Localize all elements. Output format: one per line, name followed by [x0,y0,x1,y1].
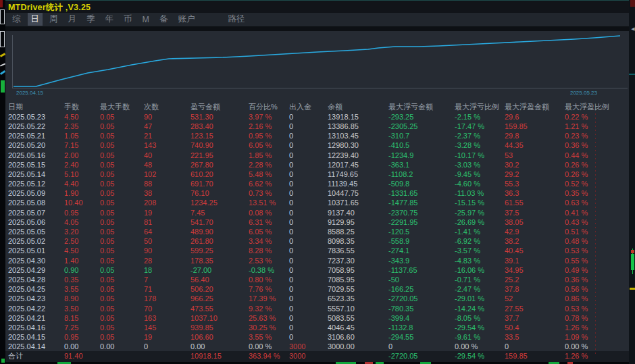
column-header: 手数 [64,101,100,112]
cell-value [328,351,388,362]
cell-value: 102 [144,170,190,179]
cell-value: 7.76 % [249,284,289,294]
cell-date: 2025.05.23 [8,112,64,122]
cell-value: 4.05 [64,217,100,227]
panel-title: MTDriver统计 ,V3.25 [5,1,629,13]
cell-value: -293.25 [388,112,455,122]
table-row[interactable]: 2025.05.014.500.0590599.258.28 %07836.55… [5,246,629,255]
table-row[interactable]: 2025.05.145.100.05102610.205.48 %011749.… [5,170,629,179]
table-row[interactable]: 2025.05.124.400.0588691.706.62 %011139.4… [5,179,629,188]
cell-value: 0.22 % [565,112,629,122]
cell-value: 0.63 % [565,198,629,207]
tab-9[interactable]: 账户 [174,13,198,26]
candle-artifact-darkred [630,0,635,7]
table-row[interactable]: 2025.04.253.550.0571506.207.76 %07029.55… [5,284,629,294]
column-header: 余额 [328,101,388,112]
cell-value: 0.53 % [565,246,629,255]
table-row[interactable]: 2025.05.162.000.0540221.951.85 %012239.4… [5,151,629,160]
table-row[interactable]: 2025.04.167.250.05145939.8530.25 %04046.… [5,323,629,332]
cell-value: -25.97 % [455,208,505,217]
cell-value: 3000.00 [328,342,388,351]
cell-value: 1037.10 [190,313,249,323]
table-row[interactable]: 2025.05.0810.400.052081234.2513.51 %0103… [5,198,629,207]
table-row[interactable]: 2025.05.207.150.05143740.906.05 %012980.… [5,140,629,150]
cell-value: 691.70 [190,179,249,188]
table-row[interactable]: 2025.04.223.500.0570473.559.32 %05557.10… [5,304,629,313]
cell-value: -166.25 [388,284,455,294]
cell-value: -780.35 [388,304,455,313]
table-row[interactable]: 2025.04.280.350.05756.400.80 %07085.95-5… [5,275,629,284]
table-row[interactable]: 2025.04.301.400.0528178.352.53 %07237.30… [5,256,629,265]
cell-value: 0.05 [100,179,144,188]
cell-date: 合计 [8,351,64,362]
cell-value: 221.95 [190,151,249,160]
table-row[interactable]: 2025.05.091.900.053876.100.73 %010447.75… [5,188,629,198]
cell-value: 1234.25 [190,198,249,207]
table-row[interactable]: 2025.05.222.350.0547283.402.16 %013386.8… [5,122,629,131]
tab-5[interactable]: 年 [102,13,118,26]
x-axis-end-label: 2025.05.23 [570,90,598,96]
cell-value: 163 [144,313,190,323]
cell-value: 0.53 % [565,304,629,313]
cell-value: 0.05 [100,112,144,122]
table-row[interactable]: 2025.05.022.500.0550261.803.34 %08098.35… [5,236,629,246]
table-row[interactable]: 2025.05.152.400.0548267.802.28 %012017.4… [5,160,629,170]
table-row[interactable]: 2025.05.234.500.0590531.303.97 %013918.1… [5,112,629,122]
cell-value: -29.01 % [455,294,505,303]
mtdriver-stats-panel: MTDriver统计 ,V3.25 综日周月季年币M备账户 路径 2025.04… [5,0,629,362]
cell-value: 8588.25 [328,227,388,236]
cell-value: 261.80 [190,236,249,246]
cell-value: 37.5 [505,208,565,217]
cell-value: 178.35 [190,256,249,265]
cell-date: 2025.05.21 [8,131,64,140]
cell-value: 0 [289,151,328,160]
table-row[interactable]: 2025.05.211.050.0521123.150.95 %013103.4… [5,131,629,140]
table-row[interactable]: 2025.05.070.950.05197.450.08 %09137.40-2… [5,208,629,217]
cell-value: 38.05 [505,217,565,227]
table-row[interactable]: 2025.04.290.900.0518-27.00-0.38 %07058.9… [5,265,629,275]
cell-value: 9129.95 [328,217,388,227]
cell-value: 1.05 [64,131,100,140]
table-row[interactable]: 2025.05.053.200.0564489.906.05 %08588.25… [5,227,629,236]
cell-value: 208 [144,198,190,207]
tab-6[interactable]: 币 [120,13,136,26]
path-button[interactable]: 路径 [225,13,247,26]
cell-value: 0.43 % [565,217,629,227]
cell-value: 2.40 [64,160,100,170]
table-row[interactable]: 2025.04.140.000.0000.000.00 %30003000.00… [5,342,629,351]
table-row[interactable]: 2025.04.238.900.05178966.2517.39 %06523.… [5,294,629,303]
cell-value: 0.55 % [565,256,629,265]
tab-3[interactable]: 月 [65,13,80,26]
cell-value: 11139.45 [328,179,388,188]
collapse-arrow-icon[interactable]: ◀ [630,26,635,32]
cell-value: -50 [388,275,455,284]
tab-1[interactable]: 日 [28,13,43,26]
cell-value: 90 [144,246,190,255]
cell-value: 7.15 [64,140,100,150]
cell-date: 2025.04.14 [8,342,64,351]
cell-value: 0.23 % [565,131,629,140]
tab-2[interactable]: 周 [46,13,61,26]
table-row[interactable]: 2025.04.218.150.051631037.1025.63 %05083… [5,313,629,323]
cell-value: 939.85 [190,323,249,332]
tab-0[interactable]: 综 [9,13,24,26]
cell-value: -343.9 [388,256,455,265]
column-header: 出入金 [289,101,328,112]
table-total-row[interactable]: 合计91.4010918.15363.94 %3000-2720.05-29.5… [5,351,629,362]
cell-value: 0.05 [100,323,144,332]
cell-value: 0.00 % [455,342,505,351]
tab-4[interactable]: 季 [83,13,99,26]
cell-value: 0.00 [100,342,144,351]
tab-8[interactable]: 备 [156,13,172,26]
cell-value: 0 [289,323,328,332]
cell-value: 0.95 % [249,131,289,140]
tab-7[interactable]: M [139,14,153,25]
underlying-chart-background: ◀ MTDriver统计 ,V3.25 综日周月季年币M备账户 路径 2025.… [0,0,635,364]
cell-value: 0 [289,313,328,323]
cell-value: 12239.40 [328,151,388,160]
cell-value: 91.40 [64,351,100,362]
table-row[interactable]: 2025.04.150.950.0519106.603.55 %03106.60… [5,332,629,342]
cell-value: 0.05 [100,208,144,217]
cell-date: 2025.04.29 [8,265,64,275]
table-row[interactable]: 2025.05.064.050.0581541.706.31 %09129.95… [5,217,629,227]
